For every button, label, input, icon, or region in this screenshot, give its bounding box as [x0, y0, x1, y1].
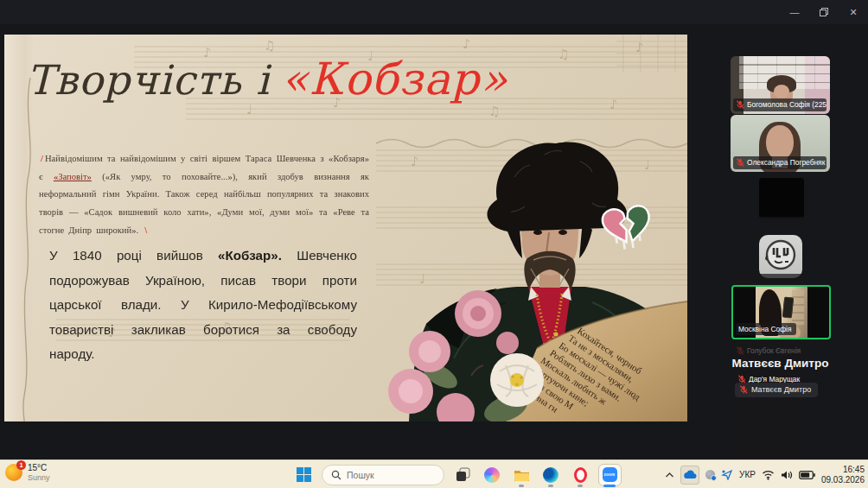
opera-button[interactable] [569, 462, 591, 488]
zapovit-link: «Заповіт» [54, 172, 92, 181]
participant-video-bogomolova[interactable]: Богомолова Софія (225 г... [731, 56, 830, 114]
task-view-icon [456, 467, 470, 482]
weather-widget[interactable]: 1 15°C Sunny [5, 463, 50, 482]
participant-name: Москвіна Софія [738, 326, 792, 333]
close-button[interactable]: ✕ [846, 7, 861, 18]
date: 09.03.2026 [821, 475, 865, 485]
shevchenko-portrait: Кохайтеся, чорноб Та не з москалями, Бо … [376, 117, 687, 421]
slide-title: Творчість і «Кобзар» [27, 54, 511, 105]
participant-video-pogrebniak[interactable]: Олександра Погребняк [731, 115, 830, 172]
file-explorer-icon [514, 468, 530, 482]
zoom-app-button-active[interactable]: zoom [598, 462, 621, 488]
para2-bold: «Кобзар». [218, 248, 282, 263]
clock[interactable]: 16:45 09.03.2026 [821, 465, 865, 485]
participant-face [766, 125, 794, 160]
task-view-button[interactable] [451, 462, 474, 488]
minimize-button[interactable]: — [787, 7, 802, 17]
participant-video-golubok-camera-off[interactable] [759, 178, 804, 219]
slide-title-red: «Кобзар» [281, 54, 507, 105]
participant-name: Богомолова Софія (225 г... [747, 101, 827, 108]
file-explorer-button[interactable] [510, 462, 533, 488]
para2-lead: У 1840 році вийшов [49, 248, 218, 263]
sun-icon: 1 [5, 464, 22, 481]
windows-logo-icon [297, 467, 311, 482]
update-globe-tray-icon[interactable] [705, 470, 715, 479]
participant-name-label: Олександра Погребняк [733, 156, 827, 170]
search-icon [331, 470, 341, 480]
language-indicator[interactable]: УКР [739, 470, 756, 479]
participant-name-label: Матвєєв Дмитро [735, 383, 818, 397]
svg-text:♪: ♪ [635, 40, 644, 55]
slide-title-dark: Творчість і [27, 56, 270, 104]
notification-badge: 1 [16, 460, 26, 470]
battery-icon[interactable] [799, 471, 815, 479]
slide-paragraph-intro: /Найвідомішим та найвідомішим у світі ві… [39, 150, 369, 239]
restore-icon [820, 8, 828, 16]
participant-no-video-name: Матвєєв Дмитро [731, 357, 830, 370]
location-tray-icon[interactable] [721, 469, 733, 480]
participant-video-moskvina-active-speaker[interactable]: Москвіна Софія [731, 285, 831, 339]
start-button[interactable] [292, 462, 315, 488]
opera-icon [574, 467, 587, 483]
wifi-icon[interactable] [762, 470, 775, 480]
zoom-icon: zoom [603, 467, 617, 482]
shared-presentation-slide: ♪♫♩ ♪♫♪ ♩♪♫♪ ♪♫♩ ♩♪♫ Творчість і «Кобзар… [4, 35, 687, 421]
svg-text:♪: ♪ [463, 36, 471, 52]
red-slash-open: / [39, 154, 45, 163]
participant-avatar-marushchak[interactable] [759, 235, 802, 278]
hidden-icons-chevron[interactable] [665, 472, 674, 478]
desktop: — ✕ ♪♫♩ ♪♫♪ ♩♪♫ [0, 0, 868, 488]
temperature: 15°C [28, 463, 50, 473]
broken-heart [601, 205, 653, 252]
window-titlebar: — ✕ [0, 0, 868, 24]
mic-muted-icon [739, 385, 748, 394]
taskbar-search[interactable] [322, 465, 444, 485]
weather-condition: Sunny [28, 473, 50, 482]
doodle-avatar-icon [764, 238, 797, 271]
windows-taskbar: 1 15°C Sunny [0, 459, 868, 488]
participant-name-label: Богомолова Софія (225 г... [733, 98, 827, 112]
restore-button[interactable] [816, 8, 832, 16]
edge-icon [543, 467, 558, 483]
svg-text:♫: ♫ [264, 38, 275, 54]
onedrive-cloud-icon [683, 470, 697, 479]
mic-muted-icon [736, 100, 744, 109]
para2-rest: Шевченко подорожував Україною, писав тво… [49, 248, 357, 361]
search-input[interactable] [347, 470, 433, 480]
svg-text:♫: ♫ [558, 47, 569, 62]
edge-button[interactable] [539, 462, 562, 488]
copilot-icon [484, 467, 500, 483]
onedrive-tray-button[interactable] [680, 466, 699, 485]
time: 16:45 [821, 465, 865, 475]
participant-name: Олександра Погребняк [747, 159, 825, 166]
participant-name: Матвєєв Дмитро [751, 385, 811, 394]
badge-dot [711, 475, 717, 481]
participant-name-label: Москвіна Софія [736, 323, 796, 335]
red-slash-close: \ [143, 225, 149, 235]
svg-text:♪: ♪ [610, 97, 618, 112]
slide-paragraph-kobzar: У 1840 році вийшов «Кобзар». Шевченко по… [49, 244, 357, 367]
volume-icon[interactable] [781, 470, 793, 480]
copilot-button[interactable] [481, 462, 503, 488]
mic-muted-icon [736, 158, 744, 167]
